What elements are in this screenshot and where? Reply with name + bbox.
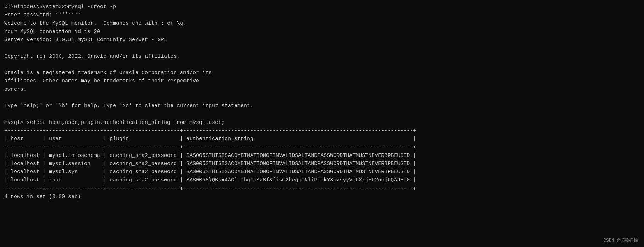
watermark: CSDN @亿顿柠檬 xyxy=(603,237,638,243)
terminal-line: Your MySQL connection id is 20 xyxy=(4,28,640,36)
terminal-line: affiliates. Other names may be trademark… xyxy=(4,77,640,85)
table-line: +-----------+------------------+--------… xyxy=(4,143,640,151)
terminal-line: Oracle is a registered trademark of Orac… xyxy=(4,69,640,77)
terminal-line xyxy=(4,44,640,52)
table-line: | localhost | mysql.infoschema | caching… xyxy=(4,152,640,160)
terminal-window: C:\Windows\System32>mysql -uroot -pEnter… xyxy=(4,3,640,201)
terminal-line: mysql> select host,user,plugin,authentic… xyxy=(4,119,640,127)
table-line: +-----------+------------------+--------… xyxy=(4,127,640,135)
terminal-line: C:\Windows\System32>mysql -uroot -p xyxy=(4,3,640,11)
terminal-line: Type 'help;' or '\h' for help. Type '\c'… xyxy=(4,102,640,110)
terminal-line: Copyright (c) 2000, 2022, Oracle and/or … xyxy=(4,53,640,61)
terminal-line: Enter password: ******** xyxy=(4,11,640,19)
terminal-line: Welcome to the MySQL monitor. Commands e… xyxy=(4,20,640,28)
table-line: | localhost | mysql.sys | caching_sha2_p… xyxy=(4,168,640,176)
table-line: | host | user | plugin | authentication_… xyxy=(4,135,640,143)
query-footer: 4 rows in set (0.00 sec) xyxy=(4,193,640,201)
terminal-line xyxy=(4,61,640,69)
table-line: | localhost | mysql.session | caching_sh… xyxy=(4,160,640,168)
table-line: +-----------+------------------+--------… xyxy=(4,185,640,193)
query-result-table: +-----------+------------------+--------… xyxy=(4,127,640,193)
terminal-line xyxy=(4,94,640,102)
terminal-line xyxy=(4,110,640,118)
table-line: | localhost | root | caching_sha2_passwo… xyxy=(4,176,640,184)
terminal-line: Server version: 8.0.31 MySQL Community S… xyxy=(4,36,640,44)
terminal-line: owners. xyxy=(4,86,640,94)
